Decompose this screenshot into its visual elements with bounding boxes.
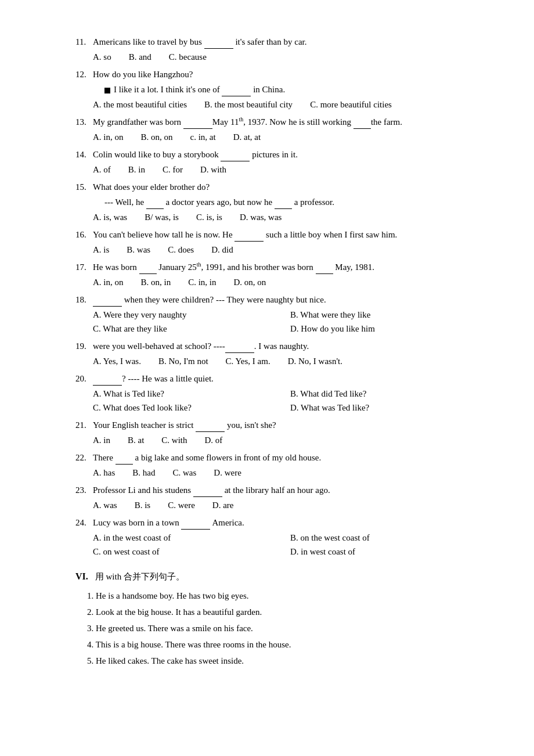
q18-num: 18. — [75, 293, 93, 307]
q11-opt-a: A. so — [93, 50, 111, 64]
q23-opt-d: D. are — [212, 498, 234, 512]
q13-opt-a: A. in, on — [93, 130, 124, 144]
q20-opt-a: A. What is Ted like? — [93, 387, 290, 401]
q12-options: A. the most beautiful cities B. the most… — [75, 98, 488, 111]
q13-text: My grandfather was born May 11th, 1937. … — [93, 115, 488, 129]
q23-num: 23. — [75, 483, 93, 497]
q20-opt-d: D. What was Ted like? — [290, 401, 488, 415]
q16-opt-a: A. is — [93, 243, 109, 257]
question-20: 20. ? ---- He was a little quiet. A. Wha… — [75, 372, 488, 415]
q18-opt-d: D. How do you like him — [290, 322, 488, 336]
q16-blank — [234, 241, 264, 242]
q11-opt-c: C. because — [169, 50, 207, 64]
q24-text: Lucy was born in a town America. — [93, 516, 488, 530]
question-21: 21. Your English teacher is strict you, … — [75, 418, 488, 447]
q21-options: A. in B. at C. with D. of — [75, 433, 488, 447]
q19-opt-b: B. No, I'm not — [158, 354, 208, 368]
q16-opt-d: D. did — [211, 243, 233, 257]
q24-opt-d: D. in west coast of — [290, 545, 488, 559]
q24-opt-a: A. in the west coast of — [93, 531, 290, 545]
question-24: 24. Lucy was born in a town America. A. … — [75, 516, 488, 559]
q13-num: 13. — [75, 115, 93, 129]
q23-opt-b: B. is — [135, 498, 151, 512]
q18-opt-c: C. What are they like — [93, 322, 290, 336]
q21-blank — [196, 431, 225, 432]
q19-blank — [225, 352, 254, 353]
q22-num: 22. — [75, 451, 93, 465]
q15-opt-a: A. is, was — [93, 210, 127, 224]
q13-opt-b: B. on, on — [141, 130, 173, 144]
q19-num: 19. — [75, 339, 93, 353]
q22-opt-a: A. has — [93, 466, 115, 480]
q12-num: 12. — [75, 67, 93, 81]
q19-text: were you well-behaved at school? ----. I… — [93, 339, 488, 353]
q12-opt-a: A. the most beautiful cities — [93, 98, 187, 111]
q14-opt-a: A. of — [93, 163, 111, 177]
q22-blank — [116, 464, 133, 465]
q15-opt-b: B/ was, is — [145, 210, 179, 224]
q22-opt-d: D. were — [214, 466, 241, 480]
q18-options: A. Were they very naughty B. What were t… — [75, 308, 488, 336]
q17-blank2 — [316, 273, 333, 274]
section-vi-header: VI. 用 with 合并下列句子。 — [75, 569, 488, 584]
q15-opt-c: C. is, is — [196, 210, 222, 224]
q23-options: A. was B. is C. were D. are — [75, 498, 488, 512]
q20-options: A. What is Ted like? B. What did Ted lik… — [75, 387, 488, 415]
q17-opt-d: D. on, on — [234, 275, 266, 289]
vi-item-5: 5. He liked cakes. The cake has sweet in… — [75, 654, 488, 668]
q17-options: A. in, on B. on, in C. in, in D. on, on — [75, 275, 488, 289]
q22-text: There a big lake and some flowers in fro… — [93, 451, 488, 465]
question-12: 12. How do you like Hangzhou? I like it … — [75, 67, 488, 111]
q22-opt-c: C. was — [173, 466, 197, 480]
q11-opt-b: B. and — [129, 50, 151, 64]
q11-num: 11. — [75, 35, 93, 49]
q23-text: Professor Li and his studens at the libr… — [93, 483, 488, 497]
q15-blank2 — [275, 208, 292, 209]
q15-options: A. is, was B/ was, is C. is, is D. was, … — [75, 210, 488, 224]
q14-blank — [221, 161, 250, 161]
q20-opt-b: B. What did Ted like? — [290, 387, 488, 401]
q16-text: You can't believe how tall he is now. He… — [93, 228, 488, 242]
q15-num: 15. — [75, 180, 93, 194]
q15-sub: --- Well, he a doctor years ago, but now… — [75, 195, 488, 209]
q15-sub-text: --- Well, he a doctor years ago, but now… — [104, 195, 334, 209]
q19-opt-c: C. Yes, I am. — [226, 354, 270, 368]
q12-blank — [222, 96, 251, 96]
q16-opt-c: C. does — [168, 243, 194, 257]
vi-item-4: 4. This is a big house. There was three … — [75, 638, 488, 651]
question-19: 19. were you well-behaved at school? ---… — [75, 339, 488, 368]
q21-num: 21. — [75, 418, 93, 432]
q18-opt-b: B. What were they like — [290, 308, 488, 322]
q14-options: A. of B. in C. for D. with — [75, 163, 488, 177]
q21-text: Your English teacher is strict you, isn'… — [93, 418, 488, 432]
q21-opt-c: C. with — [161, 433, 187, 447]
section-vi-title: 用 with 合并下列句子。 — [95, 570, 185, 584]
q16-opt-b: B. was — [127, 243, 150, 257]
q14-text: Colin would like to buy a storybook pict… — [93, 147, 488, 161]
q13-options: A. in, on B. on, on c. in, at D. at, at — [75, 130, 488, 144]
question-15: 15. What does your elder brother do? ---… — [75, 180, 488, 224]
q17-opt-b: B. on, in — [141, 275, 171, 289]
q20-text: ? ---- He was a little quiet. — [93, 372, 488, 386]
q15-blank1 — [146, 208, 164, 209]
q16-options: A. is B. was C. does D. did — [75, 243, 488, 257]
question-13: 13. My grandfather was born May 11th, 19… — [75, 115, 488, 144]
q24-num: 24. — [75, 516, 93, 530]
question-11: 11. Americans like to travel by bus it's… — [75, 35, 488, 64]
question-18: 18. when they were children? --- They we… — [75, 293, 488, 336]
q24-options: A. in the west coast of B. on the west c… — [75, 531, 488, 559]
q12-opt-b: B. the most beautiful city — [204, 98, 293, 111]
q15-text: What does your elder brother do? — [93, 180, 488, 194]
q14-num: 14. — [75, 147, 93, 161]
section-vi-num: VI. — [75, 569, 88, 584]
q16-num: 16. — [75, 228, 93, 242]
q17-opt-c: C. in, in — [188, 275, 216, 289]
q21-opt-a: A. in — [93, 433, 110, 447]
vi-item-2: 2. Look at the big house. It has a beaut… — [75, 605, 488, 619]
q13-blank2 — [353, 128, 371, 129]
q23-opt-a: A. was — [93, 498, 117, 512]
q18-text: when they were children? --- They were n… — [93, 293, 488, 307]
q18-opt-a: A. Were they very naughty — [93, 308, 290, 322]
q11-text: Americans like to travel by bus it's saf… — [93, 35, 488, 49]
q24-opt-b: B. on the west coast of — [290, 531, 488, 545]
